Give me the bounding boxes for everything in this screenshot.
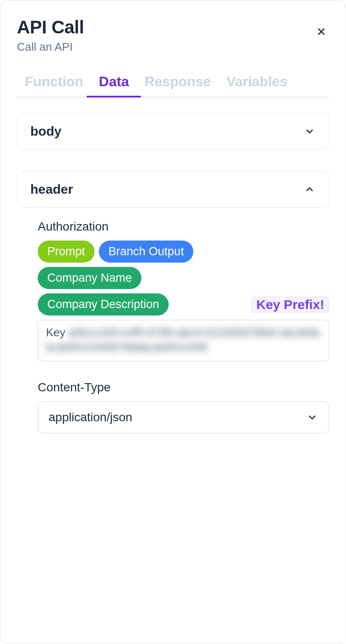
auth-pill-row-2: Company Name — [38, 267, 329, 289]
authorization-label: Authorization — [38, 220, 329, 234]
chevron-down-icon — [304, 125, 316, 137]
chevron-up-icon — [304, 183, 316, 195]
content-type-select[interactable]: application/json — [38, 401, 329, 433]
header-accordion-header[interactable]: header — [17, 171, 329, 208]
pill-company-description[interactable]: Company Description — [38, 293, 169, 315]
panel-header: API Call Call an API — [17, 17, 329, 54]
close-icon — [315, 26, 327, 38]
tab-variables[interactable]: Variables — [226, 74, 287, 97]
tab-bar: Function Data Response Variables — [17, 74, 329, 98]
content-type-label: Content-Type — [38, 381, 329, 394]
pill-prompt[interactable]: Prompt — [38, 241, 95, 263]
close-button[interactable] — [312, 22, 331, 41]
api-call-panel: API Call Call an API Function Data Respo… — [0, 0, 346, 644]
auth-key-input[interactable]: Key a0b1c2d3-e4f5-6789-abcd-0123456789ef… — [38, 320, 329, 361]
pill-company-name[interactable]: Company Name — [38, 267, 141, 289]
content-type-group: Content-Type application/json — [38, 381, 329, 433]
body-accordion-title: body — [30, 124, 62, 139]
page-subtitle: Call an API — [17, 40, 84, 54]
page-title: API Call — [17, 17, 84, 38]
auth-pill-row-1: Prompt Branch Output — [38, 241, 329, 263]
body-accordion-header[interactable]: body — [17, 113, 329, 150]
key-prefix-annotation: Key Prefix! — [251, 297, 329, 312]
header-section: header Authorization Prompt Branch Outpu… — [17, 171, 329, 433]
tab-response[interactable]: Response — [144, 74, 211, 97]
key-value-redacted: a0b1c2d3-e4f5-6789-abcd-0123456789ef abc… — [46, 326, 320, 354]
key-prefix-text: Key — [46, 326, 65, 339]
tab-function[interactable]: Function — [25, 74, 83, 97]
body-section: body — [17, 113, 329, 150]
pill-branch-output[interactable]: Branch Output — [99, 241, 193, 263]
content-type-value: application/json — [49, 410, 132, 424]
auth-pill-row-3: Company Description Key Prefix! — [38, 293, 329, 315]
header-accordion-title: header — [30, 182, 73, 197]
title-block: API Call Call an API — [17, 17, 84, 54]
tab-data[interactable]: Data — [99, 74, 129, 97]
header-expanded-content: Authorization Prompt Branch Output Compa… — [17, 220, 329, 433]
chevron-down-icon — [306, 411, 318, 423]
